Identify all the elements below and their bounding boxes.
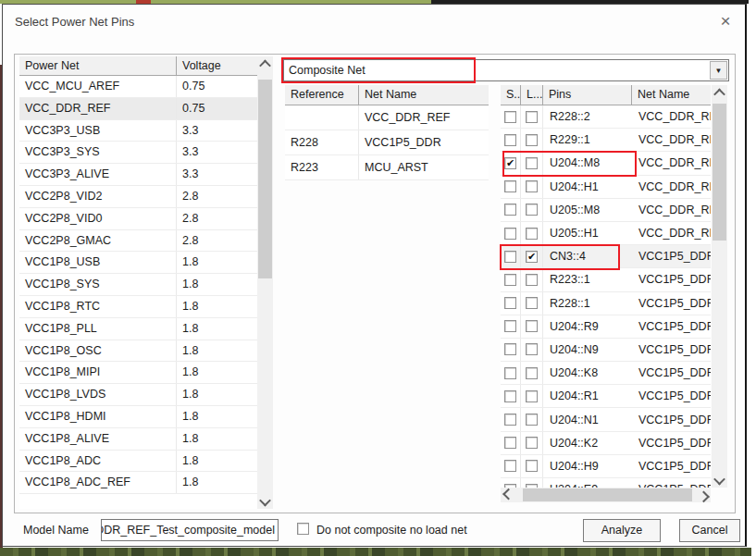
pins-row[interactable]: U204::K8VCC1P5_DDR xyxy=(501,362,711,385)
pins-row[interactable]: R223::1VCC1P5_DDR xyxy=(501,268,711,291)
l-checkbox[interactable] xyxy=(526,274,538,286)
scroll-up-icon[interactable] xyxy=(712,85,727,100)
cancel-button[interactable]: Cancel xyxy=(679,519,740,542)
column-header-net-name[interactable]: Net Name xyxy=(359,85,489,105)
power-net-scrollbar[interactable] xyxy=(257,56,273,509)
column-header-net-name[interactable]: Net Name xyxy=(632,85,711,105)
l-checkbox[interactable] xyxy=(526,134,538,146)
pins-row[interactable]: R228::1VCC1P5_DDR xyxy=(501,292,711,315)
power-net-row[interactable]: VCC1P8_ADC_REF1.8 xyxy=(19,472,257,494)
pins-row[interactable]: U204::N1VCC1P5_DDR xyxy=(501,408,711,431)
column-header-voltage[interactable]: Voltage xyxy=(177,56,257,75)
scroll-right-icon[interactable] xyxy=(696,488,711,502)
power-net-row[interactable]: VCC1P8_OSC1.8 xyxy=(19,340,257,363)
l-checkbox[interactable] xyxy=(526,367,538,379)
power-net-row[interactable]: VCC2P8_VID22.8 xyxy=(19,186,257,208)
power-net-row[interactable]: VCC_DDR_REF0.75 xyxy=(19,98,257,120)
l-checkbox[interactable] xyxy=(526,320,538,332)
pins-row[interactable]: U204::E9VCC1P5_DDR xyxy=(501,478,711,488)
pins-row[interactable]: U204::R9VCC1P5_DDR xyxy=(501,315,711,339)
close-icon[interactable]: × xyxy=(713,10,737,32)
s-checkbox[interactable] xyxy=(504,134,516,146)
column-header-reference[interactable]: Reference xyxy=(285,85,359,105)
reference-designator: R223 xyxy=(285,155,359,179)
power-net-row[interactable]: VCC1P8_ADC1.8 xyxy=(19,451,257,473)
column-header-power-net[interactable]: Power Net xyxy=(19,56,177,75)
s-checkbox[interactable] xyxy=(504,390,516,402)
l-checkbox[interactable] xyxy=(526,251,538,263)
pins-row[interactable]: U205::M8VCC_DDR_REF xyxy=(501,199,711,222)
s-checkbox[interactable] xyxy=(504,343,516,355)
chevron-down-icon[interactable]: ▼ xyxy=(710,61,727,80)
power-net-row[interactable]: VCC1P8_ALIVE1.8 xyxy=(19,428,257,451)
pins-h-scrollbar[interactable] xyxy=(501,488,711,502)
no-load-net-checkbox[interactable] xyxy=(297,523,309,535)
power-net-row[interactable]: VCC3P3_ALIVE3.3 xyxy=(19,164,257,186)
reference-row[interactable]: R223MCU_ARST xyxy=(285,155,489,180)
power-net-row[interactable]: VCC3P3_SYS3.3 xyxy=(19,142,257,164)
pins-row[interactable]: U205::H1VCC_DDR_REF xyxy=(501,222,711,245)
scrollbar-thumb[interactable] xyxy=(258,80,272,278)
l-checkbox[interactable] xyxy=(526,414,538,426)
power-net-row[interactable]: VCC1P8_RTC1.8 xyxy=(19,296,257,318)
column-header-pins[interactable]: Pins xyxy=(543,85,632,105)
l-checkbox[interactable] xyxy=(526,228,538,240)
l-checkbox[interactable] xyxy=(526,437,538,449)
s-checkbox[interactable] xyxy=(504,460,516,472)
power-net-row[interactable]: VCC2P8_VID02.8 xyxy=(19,208,257,230)
pins-row[interactable]: CN3::4VCC1P5_DDR xyxy=(501,245,711,268)
s-checkbox[interactable] xyxy=(504,111,516,123)
power-net-row[interactable]: VCC2P8_GMAC2.8 xyxy=(19,230,257,253)
s-checkbox[interactable] xyxy=(504,414,516,426)
s-checkbox[interactable] xyxy=(504,251,516,263)
power-net-row[interactable]: VCC3P3_USB3.3 xyxy=(19,120,257,142)
power-net-row[interactable]: VCC1P8_LVDS1.8 xyxy=(19,384,257,406)
l-checkbox[interactable] xyxy=(526,157,538,169)
pins-row[interactable]: U204::M8VCC_DDR_REF xyxy=(501,152,711,175)
s-checkbox[interactable] xyxy=(504,437,516,449)
l-checkbox[interactable] xyxy=(526,343,538,355)
power-net-voltage: 1.8 xyxy=(177,384,257,405)
power-net-row[interactable]: VCC1P8_SYS1.8 xyxy=(19,274,257,296)
scrollbar-thumb[interactable] xyxy=(713,104,726,241)
column-header-s[interactable]: S.. xyxy=(501,85,521,105)
pins-row[interactable]: U204::K2VCC1P5_DDR xyxy=(501,432,711,455)
s-checkbox[interactable] xyxy=(504,157,516,169)
pins-row[interactable]: R229::1VCC_DDR_REF xyxy=(501,129,711,152)
pins-row[interactable]: U204::R1VCC1P5_DDR xyxy=(501,385,711,408)
s-checkbox[interactable] xyxy=(504,274,516,286)
l-checkbox[interactable] xyxy=(526,460,538,472)
pins-row[interactable]: U204::H9VCC1P5_DDR xyxy=(501,455,711,478)
reference-row[interactable]: R228VCC1P5_DDR xyxy=(285,130,489,155)
l-checkbox[interactable] xyxy=(526,204,538,216)
s-checkbox[interactable] xyxy=(504,297,516,309)
pins-row[interactable]: U204::N9VCC1P5_DDR xyxy=(501,339,711,362)
l-checkbox[interactable] xyxy=(526,111,538,123)
s-checkbox[interactable] xyxy=(504,228,516,240)
power-net-row[interactable]: VCC1P8_USB1.8 xyxy=(19,252,257,274)
l-checkbox[interactable] xyxy=(526,297,538,309)
l-checkbox[interactable] xyxy=(526,180,538,192)
scroll-up-icon[interactable] xyxy=(257,56,273,71)
power-net-row[interactable]: VCC1P8_HDMI1.8 xyxy=(19,406,257,428)
power-net-row[interactable]: VCC1P8_MIPI1.8 xyxy=(19,362,257,384)
s-checkbox[interactable] xyxy=(504,367,516,379)
pins-v-scrollbar[interactable] xyxy=(712,85,727,488)
scrollbar-thumb[interactable] xyxy=(523,488,692,501)
scroll-left-icon[interactable] xyxy=(501,488,515,502)
model-name-input[interactable]: DDR_REF_Test_composite_model xyxy=(101,519,279,541)
column-header-l[interactable]: L... xyxy=(521,85,543,105)
power-net-row[interactable]: VCC1P8_PLL1.8 xyxy=(19,318,257,340)
composite-net-dropdown[interactable]: Composite Net ▼ xyxy=(283,59,729,81)
s-checkbox[interactable] xyxy=(504,204,516,216)
reference-row[interactable]: VCC_DDR_REF xyxy=(285,105,489,130)
analyze-button[interactable]: Analyze xyxy=(583,519,661,542)
s-checkbox[interactable] xyxy=(504,320,516,332)
s-checkbox[interactable] xyxy=(504,180,516,192)
l-checkbox[interactable] xyxy=(526,390,538,402)
power-net-row[interactable]: VCC_MCU_AREF0.75 xyxy=(19,76,257,98)
pins-row[interactable]: R228::2VCC_DDR_REF xyxy=(501,105,711,129)
scroll-down-icon[interactable] xyxy=(712,473,727,488)
pins-row[interactable]: U204::H1VCC_DDR_REF xyxy=(501,176,711,199)
scroll-down-icon[interactable] xyxy=(257,494,273,509)
